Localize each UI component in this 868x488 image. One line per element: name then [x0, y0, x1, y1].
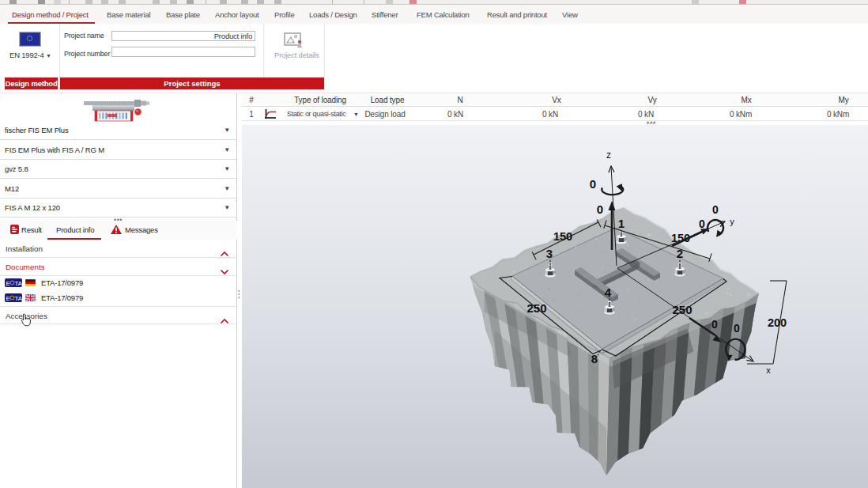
svg-text:E: E — [6, 295, 10, 302]
svg-text:y: y — [730, 217, 734, 226]
svg-text:0: 0 — [699, 218, 705, 230]
svg-text:8: 8 — [591, 352, 598, 365]
svg-text:TA: TA — [15, 280, 23, 287]
svg-text:1: 1 — [618, 217, 625, 230]
svg-text:4: 4 — [605, 286, 612, 299]
svg-text:0: 0 — [590, 177, 596, 191]
svg-text:250: 250 — [526, 301, 546, 315]
svg-text:0: 0 — [711, 318, 718, 331]
svg-text:x: x — [766, 365, 771, 375]
svg-text:0: 0 — [712, 203, 719, 216]
svg-text:150: 150 — [553, 230, 572, 243]
svg-text:E: E — [6, 280, 10, 287]
svg-text:0: 0 — [597, 202, 603, 216]
svg-text:250: 250 — [672, 303, 692, 316]
svg-text:0: 0 — [734, 322, 740, 335]
svg-text:2: 2 — [677, 247, 683, 260]
svg-text:200: 200 — [768, 316, 787, 329]
svg-text:TA: TA — [15, 295, 23, 302]
svg-text:z: z — [606, 149, 611, 161]
svg-text:3: 3 — [546, 247, 553, 260]
